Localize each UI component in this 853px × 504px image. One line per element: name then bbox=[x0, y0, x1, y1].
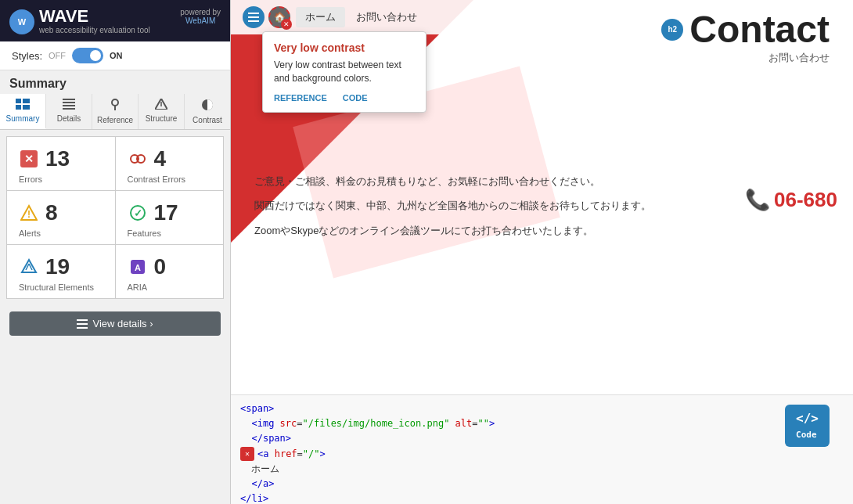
error-icon: ✕ bbox=[19, 149, 39, 169]
code-line-6: </a> bbox=[240, 477, 844, 491]
view-details-button[interactable]: View details › bbox=[9, 311, 221, 336]
styles-label: Styles: bbox=[12, 50, 42, 62]
feature-icon: ✓ bbox=[128, 203, 148, 223]
content-line1: ご意見・ご相談、料金のお見積もりなど、お気軽にお問い合わせください。 bbox=[254, 172, 830, 190]
styles-off-label: OFF bbox=[49, 51, 66, 60]
contrast-error-label: Contrast Errors bbox=[128, 175, 212, 184]
code-line-4: ✕<a href="/"> bbox=[240, 447, 844, 462]
right-panel: 🏠 ✕ ホーム お問い合わせ Very low contrast Very lo… bbox=[231, 0, 853, 504]
stat-contrast-errors: 4 Contrast Errors bbox=[116, 137, 224, 190]
svg-point-10 bbox=[112, 99, 118, 106]
svg-text:A: A bbox=[135, 263, 141, 272]
styles-on-label: ON bbox=[110, 51, 123, 60]
nav-list-icon bbox=[243, 6, 265, 28]
wave-title-group: WAVE web accessibility evaluation tool bbox=[39, 8, 150, 35]
stat-alerts: ! 8 Alerts bbox=[7, 191, 115, 244]
h2-badge: h2 bbox=[661, 19, 683, 41]
code-line-2: <img src="/files/img/home_icon.png" alt=… bbox=[240, 416, 844, 431]
nav-home-button: ホーム bbox=[296, 7, 345, 27]
contrast-error-icon bbox=[128, 149, 148, 169]
stat-structural: 19 Structural Elements bbox=[7, 245, 115, 298]
code-badge: </> Code bbox=[785, 405, 830, 447]
feature-label: Features bbox=[128, 229, 212, 238]
popup-description: Very low contrast between text and backg… bbox=[274, 59, 415, 85]
structural-icon bbox=[19, 257, 39, 277]
tab-contrast[interactable]: Contrast bbox=[185, 94, 230, 129]
svg-rect-2 bbox=[16, 99, 21, 103]
structure-icon bbox=[155, 99, 167, 113]
structural-label: Structural Elements bbox=[19, 283, 103, 292]
sidebar-header: W WAVE web accessibility evaluation tool… bbox=[0, 0, 230, 41]
structural-count: 19 bbox=[45, 254, 70, 279]
svg-rect-4 bbox=[16, 105, 21, 110]
stat-aria: A 0 ARIA bbox=[116, 245, 224, 298]
svg-rect-33 bbox=[248, 20, 259, 22]
view-details-label: View details › bbox=[92, 318, 153, 329]
summary-icon bbox=[16, 99, 30, 113]
svg-text:✓: ✓ bbox=[133, 207, 142, 219]
code-badge-label: Code bbox=[796, 430, 817, 440]
powered-by: powered by WebAIM bbox=[180, 8, 221, 25]
popup-links: REFERENCE CODE bbox=[274, 93, 415, 103]
popup-reference-link[interactable]: REFERENCE bbox=[274, 93, 327, 103]
phone-icon: 📞 bbox=[745, 188, 770, 212]
tab-details[interactable]: Details bbox=[46, 94, 92, 129]
sidebar: W WAVE web accessibility evaluation tool… bbox=[0, 0, 231, 504]
contrast-error-count: 4 bbox=[154, 146, 167, 171]
svg-rect-6 bbox=[63, 99, 75, 100]
wave-logo-icon: W bbox=[9, 9, 34, 34]
tab-reference[interactable]: Reference bbox=[92, 94, 139, 129]
code-line-1: <span> bbox=[240, 401, 844, 416]
styles-bar: Styles: OFF ON bbox=[0, 41, 230, 70]
nav-home-error-badge: ✕ bbox=[281, 19, 292, 30]
svg-rect-5 bbox=[23, 105, 30, 110]
stats-grid: ✕ 13 Errors 4 Contrast Erro bbox=[6, 136, 224, 299]
svg-rect-3 bbox=[23, 99, 30, 103]
content-line3: ZoomやSkypeなどのオンライン会議ツールにてお打ち合わせいたします。 bbox=[254, 221, 830, 239]
tab-summary[interactable]: Summary bbox=[0, 94, 46, 129]
webaim-link[interactable]: WebAIM bbox=[180, 16, 221, 25]
tab-reference-label: Reference bbox=[97, 116, 133, 124]
contact-subtitle: お問い合わせ bbox=[768, 51, 830, 65]
code-line-7: </li> bbox=[240, 491, 844, 504]
phone-number: 📞 06-680 bbox=[745, 188, 837, 212]
svg-rect-32 bbox=[248, 16, 259, 18]
aria-count: 0 bbox=[154, 254, 167, 279]
svg-marker-23 bbox=[22, 260, 36, 272]
wave-logo: W WAVE web accessibility evaluation tool bbox=[9, 8, 150, 35]
summary-title: Summary bbox=[0, 70, 230, 94]
styles-toggle[interactable] bbox=[72, 48, 103, 63]
tab-structure[interactable]: Structure bbox=[139, 94, 185, 129]
content-line2: 関西だけではなく関東、中部、九州など全国各地からのご相談をお待ちしております。 bbox=[254, 196, 830, 214]
svg-rect-8 bbox=[63, 105, 75, 106]
error-label: Errors bbox=[19, 175, 103, 184]
code-panel: <span> <img src="/files/img/home_icon.pn… bbox=[231, 394, 853, 504]
aria-label: ARIA bbox=[128, 283, 212, 292]
alert-count: 8 bbox=[45, 200, 58, 225]
error-count: 13 bbox=[45, 146, 70, 171]
reference-icon bbox=[110, 99, 121, 114]
popup-code-link[interactable]: CODE bbox=[343, 93, 368, 103]
nav-tabs: Summary Details Reference Structure bbox=[0, 94, 230, 130]
svg-rect-9 bbox=[63, 108, 75, 110]
popup-title: Very low contrast bbox=[274, 41, 415, 54]
svg-text:!: ! bbox=[27, 209, 31, 220]
alert-icon: ! bbox=[19, 203, 39, 223]
feature-count: 17 bbox=[154, 200, 178, 225]
nav-icons: 🏠 ✕ ホーム bbox=[243, 6, 345, 28]
svg-rect-7 bbox=[63, 102, 75, 103]
svg-rect-29 bbox=[77, 323, 88, 325]
phone-text: 06-680 bbox=[774, 188, 837, 212]
svg-rect-30 bbox=[77, 327, 88, 329]
svg-text:✕: ✕ bbox=[24, 153, 34, 165]
nav-home-icon: 🏠 ✕ bbox=[268, 6, 290, 28]
code-error-badge: ✕ bbox=[240, 447, 254, 461]
tab-contrast-label: Contrast bbox=[193, 116, 222, 124]
details-icon bbox=[63, 99, 75, 113]
tab-summary-label: Summary bbox=[6, 114, 40, 123]
code-line-5: ホーム bbox=[240, 462, 844, 477]
svg-rect-31 bbox=[248, 13, 259, 14]
wave-title: WAVE bbox=[39, 8, 150, 25]
contact-title: Contact bbox=[689, 8, 830, 51]
wave-subtitle: web accessibility evaluation tool bbox=[39, 25, 150, 35]
